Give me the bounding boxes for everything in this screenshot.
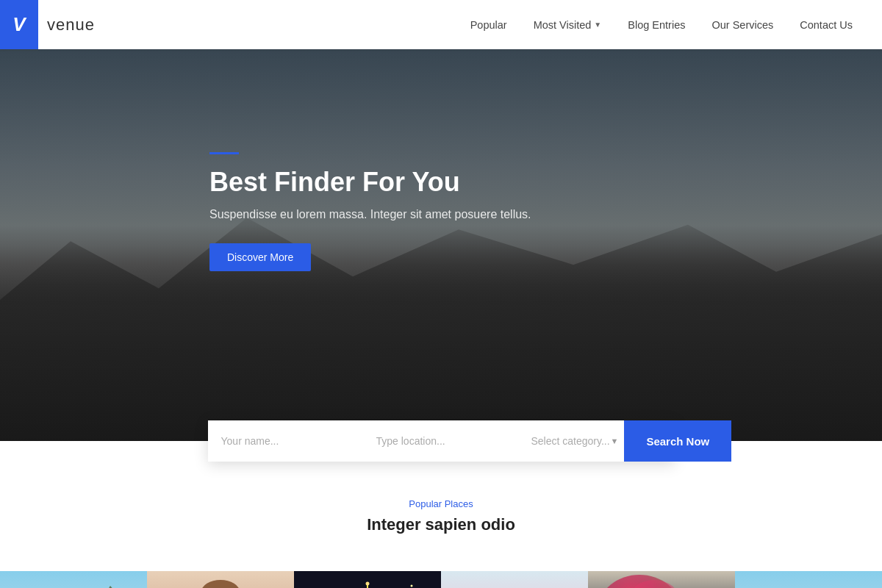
logo-icon[interactable]: V	[0, 0, 38, 49]
gallery-strip	[0, 571, 882, 588]
hero-section: Best Finder For You Suspendisse eu lorem…	[0, 49, 882, 441]
svg-rect-39	[441, 571, 588, 588]
gallery-item-balloons[interactable]	[441, 571, 588, 588]
gallery-item-smoke[interactable]	[588, 571, 735, 588]
gallery-item-fireworks[interactable]	[294, 571, 441, 588]
gallery-item-mountains-1[interactable]	[0, 571, 147, 588]
main-nav: Popular Most Visited ▼ Blog Entries Our …	[470, 19, 853, 31]
logo-text: venue	[47, 15, 95, 35]
hero-content: Best Finder For You Suspendisse eu lorem…	[0, 49, 882, 271]
popular-section-label: Popular Places	[0, 498, 882, 509]
popular-heading: Integer sapien odio	[0, 515, 882, 534]
select-arrow-icon: ▼	[611, 437, 619, 445]
nav-blog-entries[interactable]: Blog Entries	[628, 19, 685, 31]
gallery-item-girl[interactable]	[147, 571, 294, 588]
hero-accent-bar	[209, 152, 239, 154]
logo-letter: V	[12, 13, 25, 36]
search-bar-container: Select category... Hotels Restaurants At…	[0, 420, 882, 462]
dropdown-icon: ▼	[594, 21, 601, 29]
hero-title: Best Finder For You	[209, 166, 882, 198]
svg-point-25	[366, 582, 370, 586]
gallery-item-mountains-2[interactable]	[735, 571, 882, 588]
svg-rect-0	[0, 571, 147, 588]
search-now-button[interactable]: Search Now	[624, 420, 731, 462]
search-name-input[interactable]	[208, 420, 363, 462]
svg-point-36	[411, 585, 413, 587]
nav-most-visited[interactable]: Most Visited ▼	[534, 19, 602, 31]
logo-block: V venue	[29, 0, 95, 49]
nav-contact-us[interactable]: Contact Us	[800, 19, 853, 31]
search-location-input[interactable]	[363, 420, 518, 462]
nav-our-services[interactable]: Our Services	[711, 19, 773, 31]
search-bar: Select category... Hotels Restaurants At…	[208, 420, 675, 462]
discover-more-button[interactable]: Discover More	[209, 243, 311, 271]
nav-popular[interactable]: Popular	[470, 19, 507, 31]
search-category-wrap: Select category... Hotels Restaurants At…	[518, 420, 625, 462]
popular-section: Popular Places Integer sapien odio	[0, 462, 882, 549]
header: V venue Popular Most Visited ▼ Blog Entr…	[0, 0, 882, 49]
hero-subtitle: Suspendisse eu lorem massa. Integer sit …	[209, 208, 577, 221]
svg-rect-64	[735, 571, 882, 588]
search-category-select[interactable]: Select category... Hotels Restaurants At…	[518, 435, 611, 447]
